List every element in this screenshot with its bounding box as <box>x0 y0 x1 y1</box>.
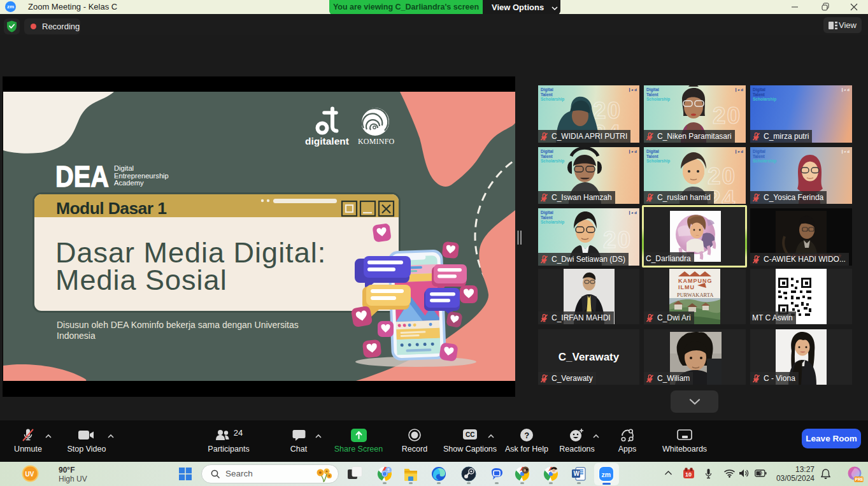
svg-text:zm: zm <box>602 471 611 478</box>
svg-text:20: 20 <box>593 97 622 124</box>
svg-text:20: 20 <box>713 103 741 129</box>
svg-text:PRE: PRE <box>855 477 864 482</box>
svg-text:?: ? <box>524 431 529 440</box>
svg-text:ILMU: ILMU <box>678 284 695 290</box>
svg-text:Digital: Digital <box>114 164 134 172</box>
svg-text:Entrepreneurship: Entrepreneurship <box>114 172 169 180</box>
svg-text:PURWAKARTA: PURWAKARTA <box>677 292 714 298</box>
svg-text:20: 20 <box>708 163 736 189</box>
svg-text:Media Sosial: Media Sosial <box>55 264 227 296</box>
svg-text:Disusun oleh DEA Kominfo beker: Disusun oleh DEA Kominfo bekerja sama de… <box>57 320 299 330</box>
svg-text:20: 20 <box>603 227 632 253</box>
svg-text:digitalent: digitalent <box>305 136 349 147</box>
svg-text:DEA: DEA <box>55 159 109 193</box>
svg-text:KOMINFO: KOMINFO <box>358 137 395 146</box>
svg-text:W: W <box>574 470 580 477</box>
svg-text:Modul Dasar 1: Modul Dasar 1 <box>56 199 166 218</box>
svg-text:UV: UV <box>25 471 34 478</box>
svg-text:10: 10 <box>685 471 692 478</box>
svg-text:Academy: Academy <box>114 179 144 187</box>
svg-text:CC: CC <box>466 431 474 438</box>
svg-text:KAMPUNG: KAMPUNG <box>678 278 713 284</box>
svg-text:Indonesia: Indonesia <box>57 331 96 341</box>
